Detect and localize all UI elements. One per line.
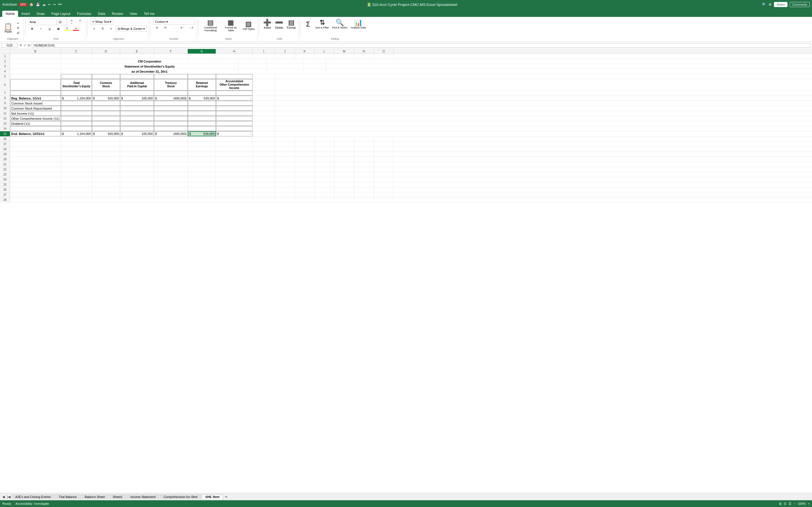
tab-formulas[interactable]: Formulas xyxy=(73,11,94,17)
row-num-25[interactable]: 25 xyxy=(0,182,10,187)
cell-K19[interactable] xyxy=(295,152,315,157)
cell-E11[interactable] xyxy=(120,111,154,116)
cell-B8[interactable]: Beg. Balance, 1/1/x1 xyxy=(10,96,61,101)
row-num-16[interactable]: 16 xyxy=(0,136,10,142)
row-num-10[interactable]: 10 xyxy=(0,106,10,111)
cell-C15[interactable]: $1,164,069 xyxy=(61,131,92,136)
cell-H22[interactable] xyxy=(216,167,253,172)
share-button[interactable]: Share xyxy=(774,2,787,7)
cell-E22[interactable] xyxy=(120,167,154,172)
merge-center-dropdown[interactable]: ⊟ Merge & Center ▾ xyxy=(116,25,147,32)
cell-L27[interactable] xyxy=(315,192,335,197)
cell-I26[interactable] xyxy=(253,187,275,192)
cell-L22[interactable] xyxy=(315,167,335,172)
cell-G21[interactable] xyxy=(188,162,216,167)
row-num-23[interactable]: 23 xyxy=(0,172,10,177)
cell-M16[interactable] xyxy=(335,136,354,142)
cell-F19[interactable] xyxy=(154,152,188,157)
cell-E23[interactable] xyxy=(120,172,154,177)
cell-H24[interactable] xyxy=(216,177,253,182)
decimal-increase-button[interactable]: .0→ xyxy=(179,25,186,30)
cell-N1[interactable] xyxy=(354,54,374,59)
cell-K1[interactable] xyxy=(295,54,315,59)
cell-K17[interactable] xyxy=(295,142,315,147)
cell-C1[interactable] xyxy=(61,54,92,59)
row-num-17[interactable]: 17 xyxy=(0,142,10,147)
cell-C28[interactable] xyxy=(61,198,92,202)
cell-I13[interactable] xyxy=(253,121,275,126)
cell-F6[interactable]: TreasuryStock xyxy=(154,79,188,91)
cell-L17[interactable] xyxy=(315,142,335,147)
cell-M26[interactable] xyxy=(335,187,354,192)
cell-H14[interactable] xyxy=(216,126,253,131)
cell-M17[interactable] xyxy=(335,142,354,147)
cell-G12[interactable] xyxy=(188,116,216,121)
font-color-button[interactable]: A xyxy=(72,26,80,31)
col-header-F[interactable]: F xyxy=(154,49,188,54)
cell-O20[interactable] xyxy=(374,157,394,162)
cell-H13[interactable] xyxy=(216,121,253,126)
decimal-decrease-button[interactable]: ←.0 xyxy=(187,25,195,30)
cell-O19[interactable] xyxy=(374,152,394,157)
tab-page-layout[interactable]: Page Layout xyxy=(48,11,73,17)
cell-G23[interactable] xyxy=(188,172,216,177)
cell-L19[interactable] xyxy=(315,152,335,157)
more-icon[interactable]: ••• xyxy=(58,3,62,6)
cell-F14[interactable] xyxy=(154,126,188,131)
cell-B22[interactable] xyxy=(10,167,61,172)
cell-M20[interactable] xyxy=(335,157,354,162)
cell-D10[interactable] xyxy=(92,106,120,111)
comments-button[interactable]: Comments xyxy=(790,2,810,7)
cell-J22[interactable] xyxy=(275,167,295,172)
cell-I27[interactable] xyxy=(253,192,275,197)
cell-B4[interactable] xyxy=(10,69,61,74)
insert-function-icon[interactable]: fx xyxy=(28,43,31,47)
tab-view[interactable]: View xyxy=(126,11,140,17)
cell-D27[interactable] xyxy=(92,192,120,197)
cell-L23[interactable] xyxy=(315,172,335,177)
cell-D24[interactable] xyxy=(92,177,120,182)
cell-C17[interactable] xyxy=(61,142,92,147)
cell-F25[interactable] xyxy=(154,182,188,187)
cell-C5[interactable] xyxy=(61,74,92,79)
cell-H5[interactable] xyxy=(216,74,253,79)
redo-icon[interactable]: ↪ xyxy=(53,3,56,6)
cell-N17[interactable] xyxy=(354,142,374,147)
cell-F26[interactable] xyxy=(154,187,188,192)
cell-C23[interactable] xyxy=(61,172,92,177)
settings-icon[interactable]: ⚙ xyxy=(769,3,772,6)
cell-G26[interactable] xyxy=(188,187,216,192)
cell-D26[interactable] xyxy=(92,187,120,192)
col-header-C[interactable]: C xyxy=(61,49,92,54)
cell-O25[interactable] xyxy=(374,182,394,187)
cell-C24[interactable] xyxy=(61,177,92,182)
col-header-B[interactable]: B xyxy=(10,49,61,54)
align-right-button[interactable]: ≡ xyxy=(107,27,115,31)
row-num-7[interactable]: 7 xyxy=(0,91,10,96)
cell-D28[interactable] xyxy=(92,198,120,202)
cell-G3[interactable] xyxy=(239,64,267,69)
cell-M23[interactable] xyxy=(335,172,354,177)
cell-N27[interactable] xyxy=(354,192,374,197)
cell-H4[interactable] xyxy=(267,69,303,74)
row-num-19[interactable]: 19 xyxy=(0,152,10,157)
col-header-D[interactable]: D xyxy=(92,49,120,54)
cell-C7[interactable] xyxy=(61,91,92,96)
cell-E24[interactable] xyxy=(120,177,154,182)
row-num-6[interactable]: 6 xyxy=(0,79,10,91)
cell-B20[interactable] xyxy=(10,157,61,162)
cell-C12[interactable] xyxy=(61,116,92,121)
cell-I10[interactable] xyxy=(253,106,275,111)
cell-N19[interactable] xyxy=(354,152,374,157)
cell-E19[interactable] xyxy=(120,152,154,157)
cell-N16[interactable] xyxy=(354,136,374,142)
cell-B7[interactable] xyxy=(10,91,61,96)
cell-H11[interactable] xyxy=(216,111,253,116)
cell-F23[interactable] xyxy=(154,172,188,177)
cell-M1[interactable] xyxy=(335,54,354,59)
cell-B2[interactable] xyxy=(10,59,61,64)
cell-K22[interactable] xyxy=(295,167,315,172)
cell-H2[interactable] xyxy=(267,59,303,64)
cell-O1[interactable] xyxy=(374,54,394,59)
cell-D8[interactable]: $920,000 xyxy=(92,96,120,101)
